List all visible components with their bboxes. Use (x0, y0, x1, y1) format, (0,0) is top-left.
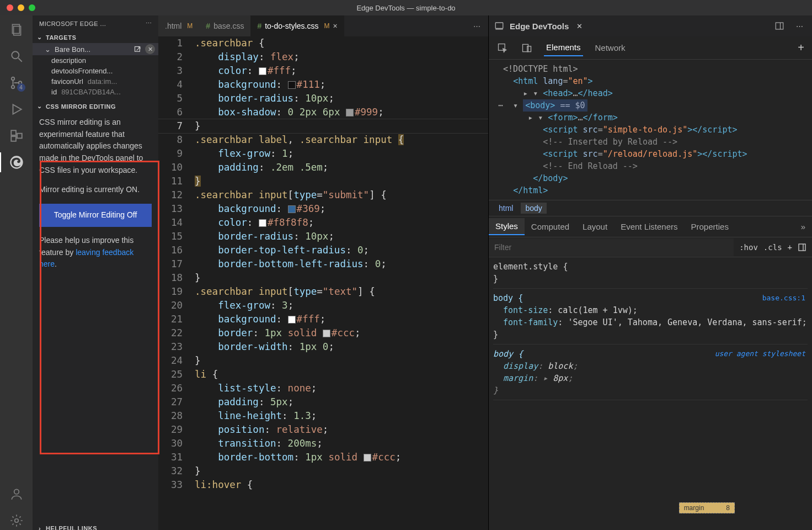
mirror-para1: CSS mirror editing is an experimental fe… (39, 116, 152, 176)
svg-rect-7 (11, 130, 16, 135)
devtools-title: Edge DevTools (510, 22, 569, 31)
tab-network[interactable]: Network (593, 40, 628, 56)
window-title: Edge DevTools — simple-to-do (356, 4, 455, 12)
styles-filter-input[interactable] (489, 239, 734, 256)
target-group[interactable]: ⌄ Bare Bon... ✕ (33, 43, 158, 55)
target-item-favicon[interactable]: faviconUrldata:im... (33, 76, 158, 87)
chevron-down-icon: ⌄ (36, 103, 44, 110)
chevron-down-icon: ⌄ (36, 34, 44, 41)
account-icon[interactable] (9, 486, 24, 502)
tab-base-css[interactable]: #base.css (199, 15, 250, 36)
mirror-body: CSS mirror editing is an experimental fe… (33, 112, 158, 523)
breadcrumb: html body (489, 200, 812, 216)
chevron-right-icon: › (36, 525, 44, 530)
close-icon[interactable]: × (333, 22, 337, 30)
activity-bar: 4 (0, 15, 33, 530)
editor-pane: .htmlM #base.css #to-do-styles.cssM× ⋯ 1… (158, 15, 488, 530)
device-icon[interactable] (520, 41, 534, 55)
cls-button[interactable]: .cls (763, 243, 782, 252)
devtools-panel: Edge DevTools ✕ ⋯ Elements Network + <!D… (488, 15, 812, 530)
tab-elements[interactable]: Elements (544, 39, 583, 56)
target-item-frontend[interactable]: devtoolsFrontend... (33, 66, 158, 76)
run-debug-icon[interactable] (9, 102, 24, 117)
sidebar: MICROSOFT EDGE ... ⋯ ⌄TARGETS ⌄ Bare Bon… (33, 15, 158, 530)
crumb-body[interactable]: body (521, 203, 546, 214)
screencast-icon[interactable] (494, 21, 504, 31)
extensions-icon[interactable] (9, 128, 24, 144)
svg-rect-14 (776, 23, 783, 29)
styles-pane[interactable]: element.style { } base.css:1 body { font… (489, 257, 812, 530)
close-window-icon[interactable] (7, 4, 13, 11)
traffic-lights (0, 4, 35, 11)
tab-overflow-icon[interactable]: ⋯ (466, 15, 488, 36)
crumb-html[interactable]: html (494, 203, 517, 214)
dom-tree[interactable]: <!DOCTYPE html> <html lang="en"> ▸ ▾ <he… (489, 60, 812, 200)
hov-button[interactable]: :hov (739, 243, 758, 252)
chevron-right-icon[interactable]: » (794, 219, 812, 235)
tab-properties[interactable]: Properties (685, 219, 735, 235)
edge-devtools-icon[interactable] (9, 155, 24, 170)
svg-point-10 (14, 489, 19, 494)
explorer-icon[interactable] (9, 22, 24, 38)
titlebar: Edge DevTools — simple-to-do (0, 0, 812, 15)
close-icon[interactable]: ✕ (576, 22, 583, 30)
svg-line-3 (18, 58, 22, 62)
code-editor[interactable]: 1234567891011121314151617181920212223242… (158, 36, 488, 530)
devtools-tabs: Elements Network + (489, 36, 812, 60)
tab-styles-css[interactable]: #to-do-styles.cssM× (250, 15, 344, 36)
tab-listeners[interactable]: Event Listeners (614, 219, 684, 235)
search-icon[interactable] (9, 49, 24, 64)
svg-point-2 (12, 51, 19, 59)
add-rule-icon[interactable]: + (788, 243, 792, 252)
svg-rect-18 (527, 46, 531, 51)
open-external-icon[interactable] (133, 45, 142, 54)
svg-point-11 (14, 519, 18, 523)
svg-rect-8 (11, 136, 16, 141)
code-lines[interactable]: .searchbar { display: flex; color: #fff;… (195, 36, 488, 530)
add-tab-icon[interactable]: + (798, 41, 804, 54)
tab-computed[interactable]: Computed (525, 219, 576, 235)
tab-layout[interactable]: Layout (576, 219, 614, 235)
svg-rect-9 (17, 134, 22, 139)
minimize-window-icon[interactable] (18, 4, 24, 11)
sidebar-title: MICROSOFT EDGE ... (39, 20, 106, 27)
svg-rect-19 (799, 244, 805, 251)
svg-rect-13 (495, 23, 503, 29)
split-icon[interactable] (772, 19, 787, 33)
sidebar-more-icon[interactable]: ⋯ (146, 20, 152, 27)
tab-html[interactable]: .htmlM (158, 15, 199, 36)
editor-tabs: .htmlM #base.css #to-do-styles.cssM× ⋯ (158, 15, 488, 36)
box-model: margin8 (679, 502, 735, 513)
svg-point-4 (11, 77, 14, 80)
mirror-section[interactable]: ⌄CSS MIRROR EDITING (33, 100, 158, 112)
source-control-icon[interactable]: 4 (9, 75, 24, 91)
target-item-id[interactable]: id891CBA7DB14A... (33, 87, 158, 97)
close-icon[interactable]: ✕ (145, 44, 155, 54)
source-link[interactable]: base.css:1 (762, 292, 805, 304)
target-item-description[interactable]: description (33, 55, 158, 66)
gutter: 1234567891011121314151617181920212223242… (158, 36, 195, 530)
svg-rect-12 (135, 46, 140, 51)
chevron-down-icon: ⌄ (44, 45, 51, 54)
maximize-window-icon[interactable] (29, 4, 35, 11)
tab-styles[interactable]: Styles (489, 218, 525, 235)
more-icon[interactable]: ⋯ (792, 19, 806, 33)
targets-section[interactable]: ⌄TARGETS (33, 31, 158, 43)
svg-point-5 (11, 86, 14, 88)
toggle-mirror-button[interactable]: Toggle Mirror Editing Off (39, 204, 152, 227)
helpful-links-section[interactable]: ›HELPFUL LINKS (33, 523, 158, 530)
gear-icon[interactable] (9, 513, 24, 528)
inspect-icon[interactable] (495, 41, 510, 55)
mirror-para2: Mirror editing is currently ON. (39, 184, 152, 196)
panel-icon[interactable] (798, 243, 806, 252)
scm-badge: 4 (17, 83, 25, 92)
style-tabs: Styles Computed Layout Event Listeners P… (489, 216, 812, 237)
mirror-help: Please help us improve this feature by l… (39, 235, 152, 271)
